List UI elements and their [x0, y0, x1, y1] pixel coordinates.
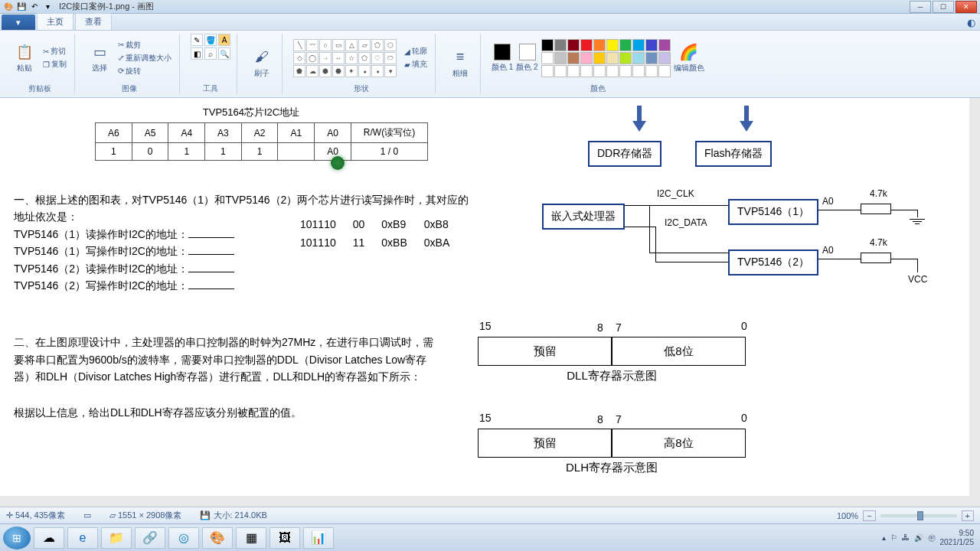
tab-view[interactable]: 查看 [75, 13, 112, 30]
zoom-value: 100% [837, 511, 858, 520]
task-ie[interactable]: e [67, 527, 98, 549]
paste-button[interactable]: 📋粘贴 [11, 41, 38, 75]
group-image: ▭选择 ✂ 裁剪 ⤢ 重新调整大小 ⟳ 旋转 图像 [80, 34, 180, 94]
ribbon: 📋粘贴 ✂ 剪切 ❐ 复制 剪贴板 ▭选择 ✂ 裁剪 ⤢ 重新调整大小 ⟳ 旋转… [0, 31, 980, 98]
title-bar: 🎨 💾 ↶ ▾ I2C接口案例-1.png - 画图 ─ ☐ ✕ [0, 0, 980, 14]
save-icon[interactable]: 💾 [16, 2, 27, 12]
tvp1-box: TVP5146（1） [728, 199, 818, 225]
task-browser[interactable]: ◎ [168, 527, 199, 549]
group-stroke: ≡粗细 [440, 34, 481, 94]
group-shapes: ╲〰○▭△▱⬠⬡ ◇◯→↔☆⬠♡⬭ ⬟☁⬢⬣✦⬥⬧▾ ◢ 轮廓 ▰ 填充 形状 [287, 34, 436, 94]
table-title: TVP5164芯片I2C地址 [167, 106, 335, 119]
brush-button[interactable]: 🖌刷子 [248, 47, 276, 80]
redo-icon[interactable]: ▾ [42, 2, 53, 12]
start-button[interactable]: ⊞ [3, 527, 31, 549]
close-button[interactable]: ✕ [956, 1, 977, 13]
copy-button[interactable]: ❐ 复制 [41, 58, 68, 70]
canvas-area[interactable]: TVP5164芯片I2C地址 A6A5A4A3A2A1A0R/W(读写位) 10… [0, 98, 980, 507]
sel-icon: ▭ [83, 510, 91, 520]
task-app-2[interactable]: 🔗 [135, 527, 165, 549]
tray-ime-icon: ㊥ [928, 533, 936, 543]
paint-icon: 🎨 [3, 2, 14, 12]
color2-button[interactable]: 颜色 2 [516, 44, 537, 73]
task-calc[interactable]: ▦ [236, 527, 266, 549]
task-explorer[interactable]: 📁 [101, 527, 132, 549]
select-button[interactable]: ▭选择 [86, 41, 113, 75]
stroke-button[interactable]: ≡粗细 [446, 47, 474, 80]
help-icon[interactable]: ◐ [962, 15, 980, 30]
flash-box: Flash存储器 [695, 141, 772, 167]
tray-vol-icon: 🔊 [914, 533, 923, 542]
tab-home[interactable]: 主页 [37, 13, 74, 30]
tvp2-box: TVP5146（2） [728, 249, 818, 276]
shape-fill[interactable]: ▰ 填充 [403, 58, 429, 70]
cursor-position: 544, 435像素 [15, 510, 65, 520]
task-photos[interactable]: 🖼 [270, 527, 300, 549]
group-clipboard: 📋粘贴 ✂ 剪切 ❐ 复制 剪贴板 [5, 34, 75, 94]
tray-net-icon: 🖧 [902, 533, 910, 542]
dim-icon: ▱ [109, 510, 116, 520]
calc-table: 101110000xB90xB8101110110xBB0xBA [291, 214, 459, 253]
pencil-tool[interactable]: ✎ [191, 34, 203, 46]
undo-icon[interactable]: ↶ [29, 2, 40, 12]
rotate-button[interactable]: ⟳ 旋转 [116, 65, 173, 77]
dll-register: 15 8 7 0 预留 低8位 DLL寄存器示意图 [473, 320, 764, 396]
window-title: I2C接口案例-1.png - 画图 [59, 1, 154, 12]
eraser-tool[interactable]: ◧ [191, 47, 203, 60]
canvas-size: 1551 × 2908像素 [118, 510, 181, 520]
task-chart[interactable]: 📊 [303, 527, 334, 549]
dlh-register: 15 8 7 0 预留 高8位 DLH寄存器示意图 [473, 412, 764, 488]
shape-gallery[interactable]: ╲〰○▭△▱⬠⬡ ◇◯→↔☆⬠♡⬭ ⬟☁⬢⬣✦⬥⬧▾ [293, 39, 397, 77]
file-menu[interactable]: ▾ [2, 15, 35, 30]
group-colors: 颜色 1 颜色 2 🌈编辑颜色 颜色 [485, 34, 710, 94]
address-table: A6A5A4A3A2A1A0R/W(读写位) 10111A01 / 0 [95, 122, 428, 161]
block-diagram: DDR存储器 Flash存储器 嵌入式处理器 TVP5146（1） TVP514… [542, 106, 956, 305]
cpu-box: 嵌入式处理器 [542, 204, 625, 230]
minimize-button[interactable]: ─ [910, 1, 931, 13]
fill-tool[interactable]: 🪣 [204, 34, 217, 46]
group-brush: 🖌刷子 [242, 34, 283, 94]
resize-button[interactable]: ⤢ 重新调整大小 [116, 52, 173, 64]
text-tool[interactable]: A [218, 34, 230, 46]
task-app-1[interactable]: ☁ [34, 527, 64, 549]
zoom-out[interactable]: − [863, 510, 875, 521]
ddr-box: DDR存储器 [588, 141, 662, 167]
size-icon: 💾 [200, 510, 211, 520]
crop-button[interactable]: ✂ 裁剪 [116, 39, 173, 51]
edit-colors-button[interactable]: 🌈编辑颜色 [674, 43, 704, 73]
tray-up-icon: ▴ [882, 533, 886, 542]
cursor-highlight [331, 156, 345, 170]
zoom-tool[interactable]: 🔍 [218, 47, 230, 60]
shape-outline[interactable]: ◢ 轮廓 [403, 45, 429, 57]
group-tools: ✎ 🪣 A ◧ ⌕ 🔍 工具 [185, 34, 237, 94]
maximize-button[interactable]: ☐ [933, 1, 954, 13]
picker-tool[interactable]: ⌕ [204, 47, 217, 60]
file-size: 大小: 214.0KB [214, 510, 267, 520]
tray-flag-icon: ⚐ [890, 533, 897, 542]
system-tray[interactable]: ▴ ⚐ 🖧 🔊 ㊥ 9:50 2021/1/25 [882, 529, 978, 547]
status-bar: ✛ 544, 435像素 ▭ ▱ 1551 × 2908像素 💾 大小: 214… [0, 507, 980, 523]
tray-clock: 9:50 2021/1/25 [940, 529, 975, 547]
menu-bar: ▾ 主页 查看 ◐ [0, 14, 980, 31]
color-palette[interactable] [541, 39, 671, 77]
pos-icon: ✛ [6, 510, 13, 520]
color1-button[interactable]: 颜色 1 [492, 44, 513, 73]
zoom-slider[interactable] [880, 514, 957, 517]
taskbar: ⊞ ☁ e 📁 🔗 ◎ 🎨 ▦ 🖼 📊 ▴ ⚐ 🖧 🔊 ㊥ 9:50 2021/… [0, 523, 980, 551]
task-paint[interactable]: 🎨 [202, 527, 233, 549]
cut-button[interactable]: ✂ 剪切 [41, 45, 68, 57]
question-2: 二、在上图原理设计中，主处理器的串口控制器的时钟为27MHz，在进行串口调试时，… [14, 334, 443, 421]
zoom-in[interactable]: + [962, 510, 974, 521]
